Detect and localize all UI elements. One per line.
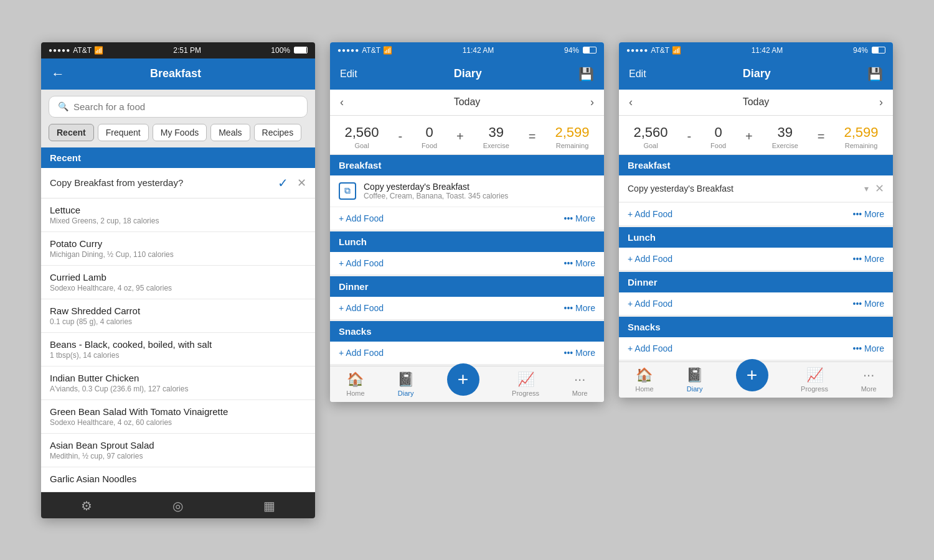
expanded-copy-row[interactable]: Copy yesterday's Breakfast ▾ ✕ bbox=[619, 175, 893, 202]
dinner-more-3[interactable]: ••• More bbox=[853, 299, 885, 309]
copy-breakfast-row[interactable]: Copy Breakfast from yesterday? ✓ ✕ bbox=[41, 168, 315, 198]
breakfast-more-2[interactable]: ••• More bbox=[564, 213, 596, 223]
save-icon-2[interactable]: 💾 bbox=[578, 67, 594, 82]
snacks-more-2[interactable]: ••• More bbox=[564, 348, 596, 358]
next-day-button-2[interactable]: › bbox=[590, 96, 594, 109]
lunch-more-2[interactable]: ••• More bbox=[564, 258, 596, 268]
snacks-header-2: Snacks bbox=[330, 321, 604, 342]
snacks-section-3: Snacks + Add Food ••• More bbox=[619, 317, 893, 360]
progress-icon-2: 📈 bbox=[517, 371, 534, 388]
home-icon-2: 🏠 bbox=[347, 371, 364, 388]
current-day-label-3: Today bbox=[743, 96, 770, 108]
battery-label: 100% bbox=[271, 46, 290, 55]
next-day-button-3[interactable]: › bbox=[879, 96, 883, 109]
time-label-2: 11:42 AM bbox=[463, 46, 494, 55]
dinner-actions-2: + Add Food ••• More bbox=[330, 297, 604, 320]
search-input[interactable] bbox=[73, 101, 298, 112]
food-item-beans-black[interactable]: Beans - Black, cooked, boiled, with salt… bbox=[41, 333, 315, 366]
tab-recent[interactable]: Recent bbox=[49, 124, 94, 141]
remaining-value-3: 2,599 bbox=[844, 124, 878, 141]
goal-label-2: Goal bbox=[344, 142, 379, 149]
diary-tab-3[interactable]: 📓 Diary bbox=[686, 367, 703, 393]
edit-button-2[interactable]: Edit bbox=[340, 68, 357, 80]
tab-myfoods[interactable]: My Foods bbox=[153, 124, 207, 141]
food-item-raw-shredded-carrot[interactable]: Raw Shredded Carrot 0.1 cup (85 g), 4 ca… bbox=[41, 299, 315, 333]
home-tab-3[interactable]: 🏠 Home bbox=[635, 367, 653, 393]
lunch-header-2: Lunch bbox=[330, 231, 604, 252]
expanded-copy-title: Copy yesterday's Breakfast bbox=[628, 184, 864, 194]
search-box[interactable]: 🔍 bbox=[49, 96, 308, 118]
food-item-curried-lamb[interactable]: Curried Lamb Sodexo Healthcare, 4 oz, 95… bbox=[41, 266, 315, 299]
breakfast-add-food-3[interactable]: + Add Food bbox=[628, 209, 672, 219]
progress-tab-3[interactable]: 📈 Progress bbox=[801, 367, 828, 393]
nav-bar-2: Edit Diary 💾 bbox=[330, 58, 604, 90]
dinner-add-food-3[interactable]: + Add Food bbox=[628, 299, 672, 309]
status-bar-3: ●●●●● AT&T 📶 11:42 AM 94% bbox=[619, 42, 893, 58]
breakfast-section-2: Breakfast ⧉ Copy yesterday's Breakfast C… bbox=[330, 155, 604, 230]
confirm-copy-button[interactable]: ✓ bbox=[278, 175, 288, 190]
snacks-more-3[interactable]: ••• More bbox=[853, 343, 885, 353]
snacks-section-2: Snacks + Add Food ••• More bbox=[330, 321, 604, 365]
progress-tab-2[interactable]: 📈 Progress bbox=[512, 371, 539, 397]
dismiss-expanded-copy-button[interactable]: ✕ bbox=[875, 182, 884, 195]
breakfast-more-3[interactable]: ••• More bbox=[853, 209, 885, 219]
snacks-header-3: Snacks bbox=[619, 317, 893, 337]
more-icon-2: ··· bbox=[574, 371, 585, 388]
filter-tabs: Recent Frequent My Foods Meals Recipes bbox=[41, 124, 315, 147]
snacks-add-food-3[interactable]: + Add Food bbox=[628, 343, 672, 353]
nav-title-2: Diary bbox=[357, 67, 578, 80]
lunch-add-food-2[interactable]: + Add Food bbox=[339, 258, 384, 268]
food-item-asian-bean-sprout[interactable]: Asian Bean Sprout Salad Medithin, ½ cup,… bbox=[41, 434, 315, 467]
time-label: 2:51 PM bbox=[173, 46, 201, 55]
battery-icon bbox=[294, 47, 308, 54]
breakfast-header-2: Breakfast bbox=[330, 155, 604, 175]
remaining-value-2: 2,599 bbox=[555, 124, 589, 141]
dinner-more-2[interactable]: ••• More bbox=[564, 303, 596, 313]
edit-button-3[interactable]: Edit bbox=[629, 68, 646, 80]
food-item-garlic-asian-noodles[interactable]: Garlic Asian Noodles bbox=[41, 467, 315, 492]
tab-recipes[interactable]: Recipes bbox=[254, 124, 302, 141]
settings-button[interactable]: ⚙ bbox=[81, 498, 92, 513]
add-button-2[interactable]: + bbox=[447, 363, 479, 396]
home-tab-2[interactable]: 🏠 Home bbox=[346, 371, 364, 397]
dinner-add-food-2[interactable]: + Add Food bbox=[339, 303, 384, 313]
prev-day-button-2[interactable]: ‹ bbox=[340, 96, 344, 109]
diary-icon-3: 📓 bbox=[686, 367, 703, 383]
signal-icon: ●●●●● bbox=[49, 47, 70, 54]
search-icon: 🔍 bbox=[58, 101, 68, 111]
food-item-indian-butter-chicken[interactable]: Indian Butter Chicken A'viands, 0.3 Cup … bbox=[41, 366, 315, 400]
food-item-potato-curry[interactable]: Potato Curry Michigan Dining, ½ Cup, 110… bbox=[41, 232, 315, 266]
lunch-add-food-3[interactable]: + Add Food bbox=[628, 254, 672, 264]
barcode-button[interactable]: ▦ bbox=[263, 498, 275, 513]
back-button[interactable]: ← bbox=[51, 66, 65, 82]
dismiss-copy-button[interactable]: ✕ bbox=[297, 176, 306, 190]
snacks-add-food-2[interactable]: + Add Food bbox=[339, 348, 384, 358]
exercise-label-2: Exercise bbox=[483, 142, 509, 149]
tab-frequent[interactable]: Frequent bbox=[98, 124, 149, 141]
diary-bottom-bar-3: 🏠 Home 📓 Diary + 📈 Progress ··· More bbox=[619, 362, 893, 398]
target-button[interactable]: ◎ bbox=[172, 498, 183, 513]
prev-day-button-3[interactable]: ‹ bbox=[629, 96, 633, 109]
dinner-section-3: Dinner + Add Food ••• More bbox=[619, 272, 893, 315]
breakfast-actions-3: + Add Food ••• More bbox=[619, 203, 893, 226]
lunch-actions-2: + Add Food ••• More bbox=[330, 252, 604, 275]
more-tab-3[interactable]: ··· More bbox=[861, 367, 877, 393]
plus-op-2: + bbox=[456, 129, 464, 144]
exercise-label-3: Exercise bbox=[772, 142, 798, 149]
breakfast-add-food-2[interactable]: + Add Food bbox=[339, 213, 384, 223]
progress-icon-3: 📈 bbox=[806, 367, 823, 383]
goal-value-3: 2,560 bbox=[633, 124, 667, 141]
signal-icon-3: ●●●●● bbox=[626, 47, 648, 54]
save-icon-3[interactable]: 💾 bbox=[867, 67, 883, 82]
copy-breakfast-item-2[interactable]: ⧉ Copy yesterday's Breakfast Coffee, Cre… bbox=[330, 175, 604, 207]
more-tab-2[interactable]: ··· More bbox=[572, 371, 588, 397]
food-item-green-bean-salad[interactable]: Green Bean Salad With Tomato Vinaigrette… bbox=[41, 400, 315, 434]
macros-row-3: 2,560 Goal - 0 Food + 39 Exercise = 2,59… bbox=[619, 116, 893, 155]
lunch-more-3[interactable]: ••• More bbox=[853, 254, 885, 264]
add-button-3[interactable]: + bbox=[736, 359, 768, 391]
nav-bar-3: Edit Diary 💾 bbox=[619, 58, 893, 90]
diary-tab-2[interactable]: 📓 Diary bbox=[397, 371, 414, 397]
food-item-lettuce[interactable]: Lettuce Mixed Greens, 2 cup, 18 calories bbox=[41, 198, 315, 232]
home-icon-3: 🏠 bbox=[636, 367, 653, 383]
tab-meals[interactable]: Meals bbox=[210, 124, 250, 141]
